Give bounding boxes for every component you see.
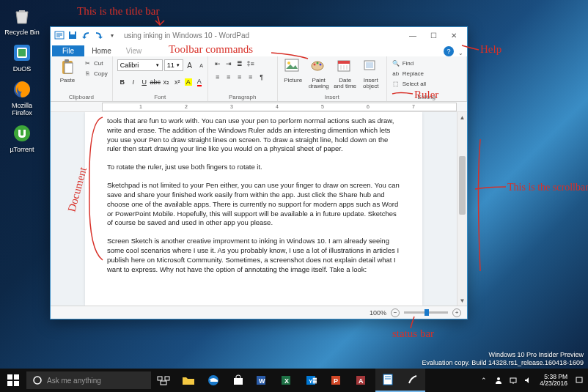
highlight-button[interactable]: A [183,77,194,87]
line-spacing-button[interactable]: ‡≡ [246,59,256,69]
insert-object-button[interactable]: Insert object [360,59,382,89]
ruler[interactable]: 1 2 3 4 5 6 7 [51,102,467,112]
italic-button[interactable]: I [128,77,139,87]
subscript-button[interactable]: x₂ [161,77,172,87]
access-button[interactable]: A [350,369,375,392]
access-icon: A [356,374,370,386]
grow-font-button[interactable]: A [185,60,195,70]
task-view-button[interactable] [151,369,176,392]
utorrent-icon[interactable]: µTorrent [4,122,40,154]
title-bar[interactable]: ▼ using inking in Windows 10 - WordPad —… [51,27,467,43]
underline-button[interactable]: U [139,77,150,87]
file-tab[interactable]: File [52,45,84,56]
save-icon[interactable] [67,29,78,41]
file-explorer-button[interactable] [176,369,201,392]
superscript-button[interactable]: x² [172,77,183,87]
replace-button[interactable]: abReplace [392,69,426,78]
svg-point-15 [287,62,290,64]
scroll-thumb[interactable] [459,156,466,215]
zoom-thumb[interactable] [425,309,429,316]
svg-text:X: X [284,377,289,385]
excel-button[interactable]: X [276,369,301,392]
start-button[interactable] [0,369,26,392]
align-left-button[interactable]: ≡ [213,72,223,82]
find-button[interactable]: 🔍Find [392,59,426,68]
shrink-font-button[interactable]: A [196,60,207,70]
cut-button[interactable]: ✂Cut [83,59,108,68]
yammer-button[interactable]: Y≣ [301,369,326,392]
picture-button[interactable]: Picture [282,59,304,84]
bold-button[interactable]: B [117,77,128,87]
font-group: Calibri▼ 11▼ A A B I U abc x₂ x² A A Fon… [113,56,208,101]
collapse-ribbon-icon[interactable]: ⌄ [458,50,467,56]
document-page[interactable]: tools that are fun to work with. You can… [85,112,422,306]
system-tray: ⌃ 5:38 PM 4/23/2016 [478,374,588,388]
wordpad-taskbar-button[interactable] [375,369,400,392]
strike-button[interactable]: abc [150,77,161,87]
datetime-button[interactable]: Date and time [334,59,357,89]
ruler-track[interactable]: 1 2 3 4 5 6 7 [102,103,457,111]
zoom-out-button[interactable]: − [391,308,400,317]
scroll-down-icon[interactable]: ▼ [457,295,467,306]
search-box[interactable]: Ask me anything [26,371,151,389]
notifications-icon[interactable] [573,374,585,386]
svg-rect-52 [576,377,582,382]
redo-icon[interactable] [93,29,105,41]
close-button[interactable]: ✕ [444,29,464,42]
sketch-taskbar-button[interactable] [400,369,425,392]
zoom-in-button[interactable]: + [452,308,461,317]
word-icon: W [257,374,270,386]
quick-access-toolbar: ▼ [54,29,118,41]
powerpoint-button[interactable]: P [326,369,350,392]
duos-icon[interactable]: DuOS [4,41,40,73]
paint-drawing-button[interactable]: Paint drawing [307,59,331,89]
edge-button[interactable] [201,369,226,392]
paragraph-dialog-button[interactable]: ¶ [257,72,267,82]
bullets-button[interactable]: ≣ [235,59,245,69]
svg-text:P: P [334,377,338,385]
copy-button[interactable]: ⎘Copy [83,69,108,78]
window-title: using inking in Windows 10 - WordPad [124,32,249,40]
clock[interactable]: 5:38 PM 4/23/2016 [537,374,570,388]
vertical-scrollbar[interactable]: ▲ ▼ [457,112,467,306]
store-button[interactable] [226,369,251,392]
qat-dropdown-icon[interactable]: ▼ [106,29,118,41]
desktop-icons: Recycle Bin DuOS Mozilla Firefox µTorren… [4,4,40,153]
font-name-select[interactable]: Calibri▼ [117,59,163,71]
zoom-slider[interactable] [404,311,448,314]
svg-rect-50 [510,378,516,382]
undo-icon[interactable] [80,29,92,41]
recycle-bin-icon[interactable]: Recycle Bin [4,4,40,37]
decrease-indent-button[interactable]: ⇤ [213,59,223,69]
align-center-button[interactable]: ≡ [224,72,234,82]
svg-text:W: W [259,377,265,385]
scroll-up-icon[interactable]: ▲ [457,112,467,122]
calendar-icon [337,59,354,76]
svg-rect-30 [14,381,19,386]
home-tab[interactable]: Home [84,45,119,56]
editing-label: Editing [392,93,462,100]
network-icon[interactable] [507,374,519,386]
people-icon[interactable] [493,374,504,386]
maximize-button[interactable]: ☐ [423,29,444,42]
paste-button[interactable]: Paste [55,59,80,84]
volume-icon[interactable] [522,374,534,386]
justify-button[interactable]: ≡ [246,72,256,82]
font-color-button[interactable]: A [194,77,205,87]
selectall-button[interactable]: ⬚Select all [392,79,426,89]
word-button[interactable]: W [251,369,276,392]
view-tab[interactable]: View [119,45,150,56]
svg-rect-26 [366,62,373,68]
object-icon [362,59,380,76]
minimize-button[interactable]: — [403,29,423,42]
firefox-icon[interactable]: Mozilla Firefox [4,78,40,117]
status-bar: 100% − + [51,306,467,319]
increase-indent-button[interactable]: ⇥ [224,59,234,69]
tray-chevron-icon[interactable]: ⌃ [478,374,490,386]
svg-rect-13 [65,59,69,62]
app-icon[interactable] [54,29,65,41]
align-right-button[interactable]: ≡ [235,72,245,82]
help-button[interactable]: ? [444,46,454,56]
font-size-select[interactable]: 11▼ [164,59,183,71]
svg-rect-46 [383,374,392,385]
